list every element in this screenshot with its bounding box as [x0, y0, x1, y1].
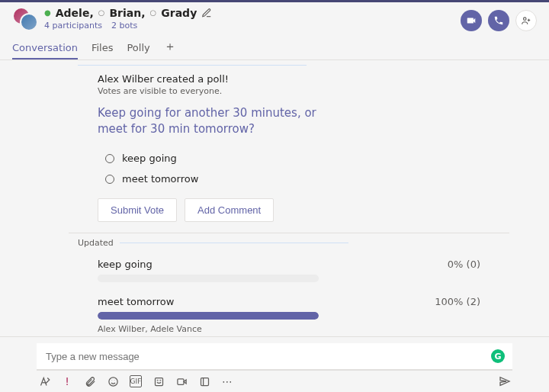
result-bar	[98, 312, 319, 320]
add-comment-button[interactable]: Add Comment	[185, 198, 274, 222]
result-row: meet tomorrow 100% (2) Alex Wilber, Adel…	[98, 296, 480, 334]
updated-rule	[120, 243, 348, 243]
poll-option-label: keep going	[122, 153, 177, 164]
result-pct: 0%	[448, 259, 464, 270]
participant-name: Adele,	[56, 7, 94, 19]
result-count: (2)	[467, 296, 480, 307]
message-body: Alex Wilber created a poll! Votes are vi…	[0, 60, 549, 342]
presence-available-icon: ●	[44, 9, 51, 17]
video-call-button[interactable]	[461, 10, 482, 31]
chat-header: ● Adele, ○ Brian, ○ Grady 4 participants…	[0, 2, 549, 31]
poll-card: Alex Wilber created a poll! Votes are vi…	[69, 65, 480, 342]
result-row: keep going 0% (0)	[98, 259, 480, 282]
edit-title-icon[interactable]	[201, 8, 212, 18]
radio-icon	[105, 154, 114, 163]
message-input[interactable]	[44, 350, 491, 363]
result-pct: 100%	[435, 296, 463, 307]
presence-unknown-icon: ○	[98, 9, 105, 17]
svg-point-7	[157, 380, 158, 381]
participant-avatars	[12, 7, 37, 31]
poll-option-label: meet tomorrow	[122, 173, 198, 185]
poll-option[interactable]: meet tomorrow	[105, 169, 480, 189]
tab-files[interactable]: Files	[92, 36, 114, 59]
tab-polly[interactable]: Polly	[127, 36, 149, 59]
send-button[interactable]	[499, 375, 511, 387]
poll-author-line: Alex Wilber created a poll!	[98, 73, 480, 85]
compose-box: G ! GIF ⋯	[0, 336, 549, 392]
participant-name: Brian,	[109, 7, 145, 19]
add-tab-button[interactable]: ＋	[164, 36, 176, 59]
result-label: keep going	[98, 259, 152, 270]
chat-title: ● Adele, ○ Brian, ○ Grady	[44, 7, 212, 19]
attach-icon[interactable]	[84, 375, 96, 387]
poll-visibility: Votes are visible to everyone.	[98, 86, 480, 96]
svg-rect-10	[201, 378, 208, 385]
result-count: (0)	[467, 259, 480, 270]
poll-question: Keep going for another 30 minutes, or me…	[98, 105, 342, 137]
avatar	[20, 13, 38, 31]
submit-vote-button[interactable]: Submit Vote	[98, 198, 177, 222]
participant-name: Grady	[161, 7, 197, 19]
svg-rect-9	[177, 378, 183, 384]
svg-point-3	[108, 377, 117, 385]
svg-point-8	[160, 380, 161, 381]
more-icon[interactable]: ⋯	[221, 375, 233, 387]
audio-call-button[interactable]	[488, 10, 509, 31]
divider	[69, 233, 509, 233]
bots-count[interactable]: 2 bots	[111, 21, 137, 31]
result-label: meet tomorrow	[98, 296, 174, 307]
gif-icon[interactable]: GIF	[130, 375, 142, 387]
result-bar	[98, 275, 319, 282]
svg-rect-6	[155, 378, 162, 385]
radio-icon	[105, 175, 114, 184]
presence-unknown-icon: ○	[150, 9, 157, 17]
result-bar-fill	[98, 312, 319, 320]
updated-label: Updated	[78, 238, 114, 248]
meeting-icon[interactable]	[175, 375, 188, 387]
emoji-icon[interactable]	[107, 375, 119, 387]
add-participant-button[interactable]	[515, 10, 537, 31]
grammarly-icon[interactable]: G	[491, 349, 505, 363]
tab-conversation[interactable]: Conversation	[12, 36, 78, 59]
result-voters: Alex Wilber, Adele Vance	[98, 324, 480, 334]
priority-icon[interactable]: !	[61, 375, 73, 387]
format-icon[interactable]	[38, 375, 50, 387]
participants-count[interactable]: 4 participants	[44, 21, 102, 31]
new-message-rule	[78, 65, 307, 66]
poll-results: keep going 0% (0) meet tomorrow 100% (2)	[98, 259, 480, 342]
chat-tabs: Conversation Files Polly ＋	[0, 36, 549, 60]
sticker-icon[interactable]	[152, 375, 165, 387]
extensions-icon[interactable]	[198, 375, 210, 387]
poll-option[interactable]: keep going	[105, 148, 480, 169]
svg-point-0	[524, 18, 527, 21]
